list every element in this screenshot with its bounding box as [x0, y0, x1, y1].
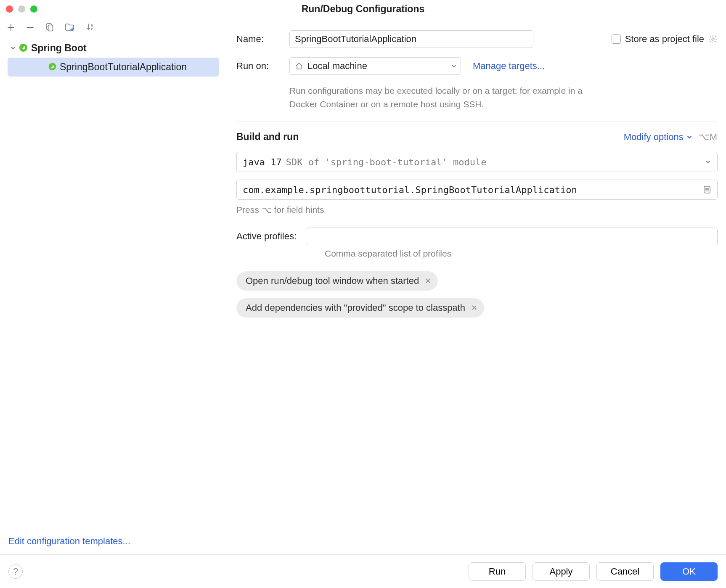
run-on-help-text: Run configurations may be executed local…	[289, 84, 592, 111]
configurations-sidebar: az Spring Boot SpringBootTutorialApplica…	[0, 19, 227, 554]
chip-provided-scope[interactable]: Add dependencies with "provided" scope t…	[236, 298, 484, 318]
sidebar-footer: Edit configuration templates...	[0, 528, 227, 554]
save-folder-icon[interactable]	[65, 23, 75, 32]
browse-class-icon[interactable]	[701, 185, 713, 194]
configuration-form: Name: Store as project file Run on: Loca…	[227, 19, 726, 554]
active-profiles-help: Comma separated list of profiles	[325, 249, 718, 259]
field-hint: Press ⌥ for field hints	[236, 205, 718, 215]
tree-item-springboottutorialapplication[interactable]: SpringBootTutorialApplication	[8, 58, 219, 77]
modify-options-shortcut: ⌥M	[699, 132, 718, 143]
tree-item-label: SpringBootTutorialApplication	[60, 59, 187, 75]
edit-templates-link[interactable]: Edit configuration templates...	[8, 536, 130, 546]
gear-icon[interactable]	[708, 34, 718, 44]
build-and-run-header: Build and run Modify options ⌥M	[236, 131, 718, 143]
home-icon	[295, 62, 303, 70]
active-profiles-input[interactable]	[306, 228, 718, 245]
modify-options-dropdown[interactable]: Modify options	[624, 132, 693, 143]
chevron-down-icon	[10, 45, 16, 51]
add-icon[interactable]	[7, 23, 15, 32]
run-on-value: Local machine	[307, 61, 446, 72]
store-label: Store as project file	[625, 34, 704, 45]
svg-point-4	[712, 38, 714, 40]
ok-button[interactable]: OK	[660, 562, 718, 581]
close-icon[interactable]: ✕	[425, 276, 431, 286]
run-button[interactable]: Run	[469, 562, 526, 581]
jdk-selector[interactable]: java 17 SDK of 'spring-boot-tutorial' mo…	[236, 152, 718, 172]
run-on-row: Run on: Local machine Manage targets...	[236, 57, 718, 75]
help-button[interactable]: ?	[8, 564, 23, 579]
main-class-field[interactable]: com.example.springboottutorial.SpringBoo…	[236, 180, 718, 200]
configurations-tree: Spring Boot SpringBootTutorialApplicatio…	[0, 37, 227, 528]
active-profiles-row: Active profiles:	[236, 228, 718, 245]
dialog-footer: ? Run Apply Cancel OK	[0, 554, 726, 588]
divider	[236, 122, 718, 122]
sidebar-toolbar: az	[0, 23, 227, 37]
chip-label: Open run/debug tool window when started	[246, 275, 419, 286]
name-input[interactable]	[289, 30, 533, 48]
chevron-down-icon	[705, 159, 711, 165]
store-as-project-file[interactable]: Store as project file	[612, 34, 718, 45]
spring-boot-icon	[19, 43, 29, 53]
active-profiles-label: Active profiles:	[236, 231, 297, 242]
manage-targets-link[interactable]: Manage targets...	[473, 61, 545, 72]
cancel-button[interactable]: Cancel	[596, 562, 654, 581]
main-class-value: com.example.springboottutorial.SpringBoo…	[243, 185, 701, 195]
spring-boot-icon	[48, 62, 57, 72]
apply-button[interactable]: Apply	[533, 562, 590, 581]
jdk-name: java 17	[243, 157, 282, 167]
name-label: Name:	[236, 34, 281, 45]
svg-rect-1	[48, 25, 53, 31]
tree-category-spring-boot[interactable]: Spring Boot	[0, 39, 227, 58]
store-checkbox[interactable]	[612, 34, 621, 44]
name-row: Name: Store as project file	[236, 30, 718, 48]
run-on-dropdown[interactable]: Local machine	[289, 57, 461, 75]
sort-icon[interactable]: az	[86, 23, 95, 32]
chip-label: Add dependencies with "provided" scope t…	[246, 302, 465, 313]
chevron-down-icon	[450, 63, 457, 69]
titlebar: Run/Debug Configurations	[0, 0, 726, 19]
copy-icon[interactable]	[45, 23, 54, 32]
options-chips: Open run/debug tool window when started …	[236, 271, 718, 318]
modify-options-label: Modify options	[624, 132, 684, 143]
jdk-description: SDK of 'spring-boot-tutorial' module	[286, 157, 487, 167]
close-icon[interactable]: ✕	[471, 303, 477, 313]
tree-category-label: Spring Boot	[31, 40, 87, 56]
window-title: Run/Debug Configurations	[0, 3, 726, 15]
build-and-run-title: Build and run	[236, 131, 299, 143]
remove-icon[interactable]	[26, 23, 34, 32]
run-on-label: Run on:	[236, 61, 281, 72]
svg-text:z: z	[91, 27, 93, 31]
chip-open-tool-window[interactable]: Open run/debug tool window when started …	[236, 271, 438, 291]
